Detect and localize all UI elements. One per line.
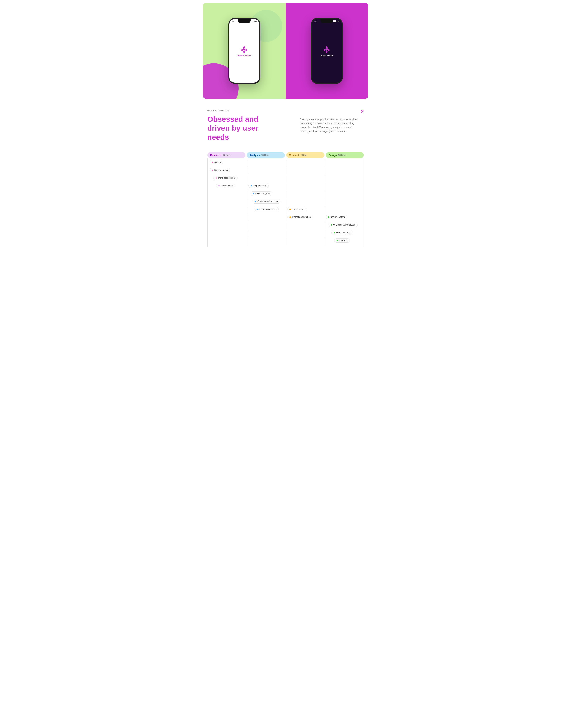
donor-icon-dark [322, 45, 331, 54]
app-name-dark: DonorConnect [320, 55, 333, 57]
task-cell-survey: Survey [209, 160, 246, 166]
task-cell-empty-r5 [209, 192, 246, 198]
tag-usability-test: Usability test [216, 184, 235, 188]
tag-ui-design-prototypes: UI Design & Prototypes [329, 223, 358, 227]
task-cell-empty-c10 [286, 231, 324, 237]
task-row-7: User journey map Flow diagram [209, 207, 362, 214]
task-row-4: Usability test Empathy map [209, 184, 362, 190]
tag-trend-assessment: Trend assessment [213, 176, 238, 180]
task-row-8: Interaction sketches Design System [209, 215, 362, 221]
label-trend-assessment: Trend assessment [218, 177, 235, 179]
task-cell-benchmarking: Benchmarking [209, 168, 246, 174]
svg-point-8 [326, 46, 328, 48]
task-cell-trend: Trend assessment [209, 176, 246, 182]
phase-label-concept: Concept [289, 154, 299, 156]
task-cell-cvc: Customer value curve [248, 199, 285, 206]
label-affinity-diagram: Affinity diagram [255, 192, 270, 195]
donor-logo-light: DonorConnect [238, 45, 251, 57]
label-customer-value-curve: Customer value curve [257, 200, 278, 203]
dot-usability [218, 185, 220, 187]
phone-signal-light: ▐▐▐ ⊙ ▮▮ [250, 20, 257, 22]
task-cell-empty-c5 [286, 192, 324, 198]
task-cell-affinity: Affinity diagram [248, 192, 285, 198]
phone-dark: 9:41 ▐▐▐ ⊙ ▮▮ DonorConnect [311, 18, 343, 84]
task-cell-empty-c2 [286, 168, 324, 174]
svg-line-14 [325, 48, 326, 49]
label-feedback-loop: Feedback loop [336, 231, 350, 234]
hero-left-panel: 9:41 ▐▐▐ ⊙ ▮▮ DonorConnect [203, 3, 286, 99]
task-cell-empty-d3 [325, 176, 362, 182]
main-title: Obsessed and driven by user needs [207, 115, 268, 142]
phone-light: 9:41 ▐▐▐ ⊙ ▮▮ DonorConnect [228, 18, 260, 84]
task-cell-empty-c6 [286, 199, 324, 206]
dot-benchmarking [212, 169, 213, 171]
label-empathy-map: Empathy map [253, 185, 266, 187]
phone-content-dark: DonorConnect [312, 19, 342, 83]
tag-hand-off: Hand-Off [334, 238, 350, 243]
app-name-light: DonorConnect [238, 55, 251, 57]
task-cell-empty-d4 [325, 184, 362, 190]
header-left: DESIGN PROCESS Obsessed and driven by us… [207, 109, 268, 142]
task-cell-empty-a3 [248, 176, 285, 182]
phase-days-analysis: 10 Days [261, 154, 269, 156]
tag-interaction-sketches: Interaction sketches [287, 215, 313, 219]
page-number: 2 [361, 109, 364, 114]
tag-flow-diagram: Flow diagram [287, 207, 307, 211]
task-cell-ui-design: UI Design & Prototypes [325, 223, 362, 229]
tag-user-journey-map: User journey map [255, 207, 279, 211]
hero-right-panel: 9:41 ▐▐▐ ⊙ ▮▮ DonorConnect [286, 3, 368, 99]
task-cell-empty-d5 [325, 192, 362, 198]
tag-survey: Survey [210, 160, 223, 164]
svg-line-6 [242, 48, 244, 49]
dot-cvc [255, 201, 256, 202]
dot-ujm [257, 209, 258, 210]
donor-logo-dark: DonorConnect [320, 45, 333, 57]
task-cell-empty-c9 [286, 223, 324, 229]
tag-customer-value-curve: Customer value curve [253, 199, 280, 204]
task-cell-empty-d7 [325, 207, 362, 214]
task-cell-empty-r9 [209, 223, 246, 229]
dot-flow [290, 209, 291, 210]
phone-time-dark: 9:41 [314, 20, 317, 22]
phase-headers: Research 14 Days Analysis 10 Days Concep… [207, 152, 364, 158]
label-user-journey-map: User journey map [259, 208, 276, 211]
process-table-wrapper: Research 14 Days Analysis 10 Days Concep… [207, 152, 364, 247]
svg-point-11 [326, 51, 328, 53]
task-cell-empty-r7 [209, 207, 246, 214]
task-row-3: Trend assessment [209, 176, 362, 182]
task-cell-empty-c3 [286, 176, 324, 182]
phone-time-light: 9:41 [232, 20, 235, 22]
task-cell-design-system: Design System [325, 215, 362, 221]
tag-design-system: Design System [326, 215, 347, 219]
phase-header-concept: Concept 7 Days [286, 152, 324, 158]
content-section: DESIGN PROCESS Obsessed and driven by us… [200, 102, 371, 152]
phase-label-research: Research [210, 154, 221, 156]
label-benchmarking: Benchmarking [214, 169, 228, 171]
description-text: Crafting a concise problem statement is … [300, 117, 364, 133]
task-row-2: Benchmarking [209, 168, 362, 174]
task-cell-feedback: Feedback loop [325, 231, 362, 237]
phase-header-analysis: Analysis 10 Days [247, 152, 285, 158]
label-flow-diagram: Flow diagram [292, 208, 305, 211]
tag-benchmarking: Benchmarking [210, 168, 230, 172]
task-cell-empathy: Empathy map [248, 184, 285, 190]
donor-icon-light [240, 45, 248, 54]
task-cell-empty-a8 [248, 215, 285, 221]
dot-ui-design [331, 224, 332, 226]
phone-content-light: DonorConnect [229, 19, 259, 83]
task-row-5: Affinity diagram [209, 192, 362, 198]
task-cell-ujm: User journey map [248, 207, 285, 214]
task-cell-handoff: Hand-Off [325, 238, 362, 245]
task-cell-empty-a1 [248, 160, 285, 166]
svg-line-7 [245, 48, 246, 49]
design-process-label: DESIGN PROCESS [207, 110, 230, 112]
task-cell-empty-r8 [209, 215, 246, 221]
dot-feedback [334, 232, 335, 233]
svg-point-0 [243, 46, 245, 48]
dot-affinity [253, 193, 254, 194]
phase-days-concept: 7 Days [301, 154, 307, 156]
hero-section: 9:41 ▐▐▐ ⊙ ▮▮ DonorConnect [203, 3, 368, 99]
section-header: DESIGN PROCESS Obsessed and driven by us… [207, 109, 364, 142]
svg-line-15 [327, 48, 328, 49]
dot-handoff [337, 240, 338, 241]
